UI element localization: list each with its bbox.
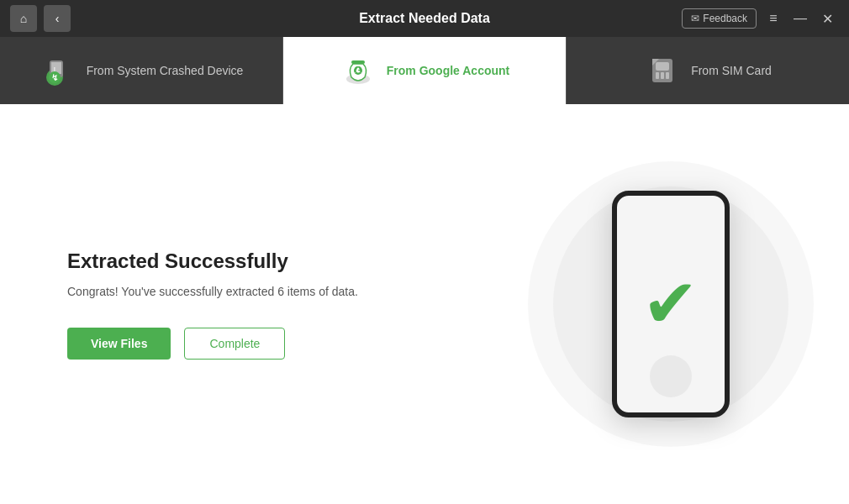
nav-tabs: ! ↯ From System Crashed Device G From Go… [0, 37, 849, 104]
success-title: Extracted Successfully [67, 249, 424, 273]
title-bar-left: ⌂ ‹ [10, 5, 71, 32]
tab-crashed-label: From System Crashed Device [87, 64, 244, 77]
phone-home-indicator [650, 355, 692, 397]
window-controls: ≡ — ✕ [762, 7, 839, 30]
tab-google[interactable]: G From Google Account [283, 37, 567, 104]
feedback-label: Feedback [703, 13, 747, 24]
home-button[interactable]: ⌂ [10, 5, 37, 32]
tab-sim[interactable]: From SIM Card [567, 37, 849, 104]
close-button[interactable]: ✕ [815, 7, 839, 30]
complete-button[interactable]: Complete [184, 328, 285, 360]
minimize-button[interactable]: — [788, 7, 812, 30]
checkmark-icon: ✔ [642, 270, 699, 338]
left-panel: Extracted Successfully Congrats! You've … [0, 104, 492, 504]
title-bar-right: ✉ Feedback ≡ — ✕ [682, 7, 839, 30]
phone-mockup: ✔ [612, 191, 730, 417]
sim-card-icon [644, 52, 681, 89]
svg-text:↯: ↯ [51, 73, 58, 82]
success-description: Congrats! You've successfully extracted … [67, 283, 424, 301]
email-icon: ✉ [691, 13, 699, 24]
svg-rect-14 [666, 72, 669, 79]
svg-rect-11 [656, 62, 669, 71]
svg-rect-12 [656, 72, 659, 79]
window-title: Extract Needed Data [359, 11, 490, 26]
back-button[interactable]: ‹ [44, 5, 71, 32]
title-bar: ⌂ ‹ Extract Needed Data ✉ Feedback ≡ — ✕ [0, 0, 849, 37]
menu-button[interactable]: ≡ [762, 7, 785, 30]
action-buttons: View Files Complete [67, 328, 424, 360]
tab-google-label: From Google Account [387, 64, 509, 77]
main-content: Extracted Successfully Congrats! You've … [0, 104, 849, 504]
feedback-button[interactable]: ✉ Feedback [682, 8, 757, 29]
svg-text:G: G [354, 65, 361, 76]
tab-crashed[interactable]: ! ↯ From System Crashed Device [0, 37, 283, 104]
right-panel: ✔ [492, 104, 849, 504]
crashed-device-icon: ! ↯ [40, 52, 76, 89]
tab-sim-label: From SIM Card [691, 64, 772, 77]
svg-rect-13 [661, 72, 664, 79]
google-icon: G [340, 52, 377, 89]
view-files-button[interactable]: View Files [67, 328, 171, 360]
